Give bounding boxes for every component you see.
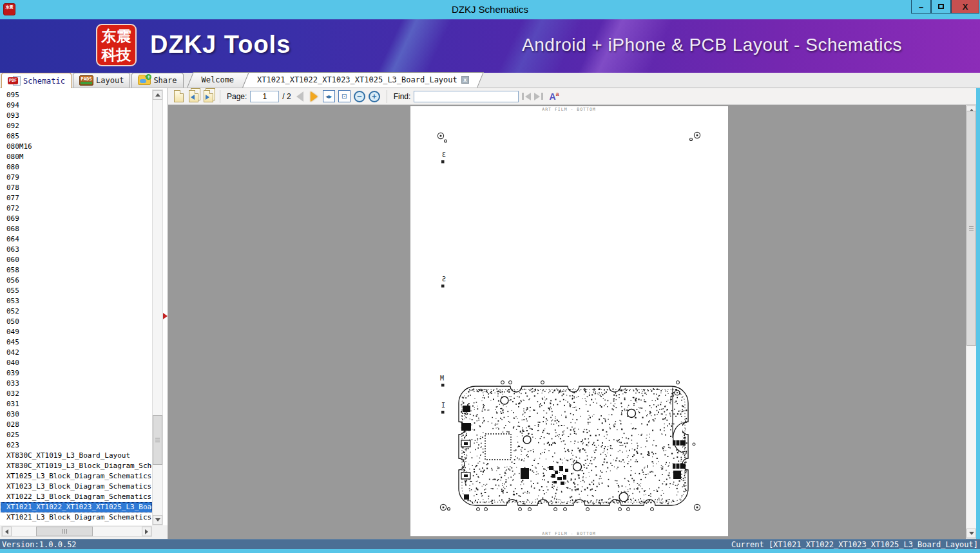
sidebar-hscroll-thumb[interactable] [36, 527, 93, 536]
next-page-button[interactable] [311, 91, 318, 102]
version-label: Version:1.0.0.52 [2, 540, 77, 549]
list-item[interactable]: 025 [1, 430, 152, 440]
list-item[interactable]: 079 [1, 173, 152, 183]
match-case-button[interactable]: Aa [549, 91, 559, 102]
fit-page-button[interactable]: ⊡ [338, 90, 351, 102]
list-item[interactable]: 095 [1, 90, 152, 100]
board-layout-drawing: ART FILM - BOTTOM ART FILM - BOTTOM [410, 106, 728, 536]
doc-tab-welcome-label: Welcome [202, 75, 235, 84]
previous-view-icon[interactable] [189, 90, 198, 102]
splitter-collapse-arrow[interactable] [163, 313, 168, 319]
list-item[interactable]: 030 [1, 409, 152, 420]
list-item[interactable]: 032 [1, 389, 152, 399]
content-area: 095094093092085080M16080M080079078077072… [0, 88, 980, 539]
previous-page-button[interactable] [296, 91, 303, 102]
document-canvas: ART FILM - BOTTOM ART FILM - BOTTOM [168, 105, 966, 539]
list-item[interactable]: XT830C_XT1019_L3_Board_Layout [1, 451, 152, 461]
list-item[interactable]: 064 [1, 234, 152, 245]
list-item[interactable]: 068 [1, 224, 152, 234]
pcb-board [459, 381, 695, 511]
pcb-holes [501, 397, 636, 501]
pdf-toolbar: Page: / 2 ◂▸ ⊡ − + Find: Aa [168, 88, 980, 105]
list-item[interactable]: 063 [1, 245, 152, 255]
list-item[interactable]: 040 [1, 358, 152, 368]
list-item[interactable]: 094 [1, 100, 152, 111]
list-item[interactable]: 055 [1, 286, 152, 296]
list-item[interactable]: 039 [1, 368, 152, 379]
list-item[interactable]: 080M16 [1, 142, 152, 152]
viewer: Page: / 2 ◂▸ ⊡ − + Find: Aa [168, 88, 980, 539]
film-footer-text: ART FILM - BOTTOM [542, 531, 596, 536]
banner: 东震 科技 DZKJ Tools Android + iPhone & PCB … [0, 19, 980, 73]
brand-logo: 东震 科技 [96, 24, 137, 66]
doc-tab-board-layout[interactable]: XT1021_XT1022_XT1023_XT1025_L3_Board_Lay… [245, 72, 481, 88]
zoom-in-button[interactable]: + [369, 91, 380, 102]
banner-tagline: Android + iPhone & PCB Layout - Schemati… [503, 35, 921, 55]
find-next-button[interactable] [534, 93, 543, 100]
sidebar-scroll-thumb[interactable] [153, 415, 162, 465]
list-item[interactable]: 093 [1, 111, 152, 121]
scroll-right-button[interactable] [142, 527, 151, 536]
list-item[interactable]: XT830C_XT1019_L3_Block_Diagram_Schematic… [1, 461, 152, 471]
fit-width-button[interactable]: ◂▸ [323, 90, 335, 102]
list-item[interactable]: 053 [1, 296, 152, 306]
list-item[interactable]: 033 [1, 379, 152, 389]
scroll-down-button[interactable] [153, 515, 162, 525]
list-item[interactable]: 069 [1, 214, 152, 224]
minimize-button[interactable]: – [911, 0, 931, 14]
find-previous-button[interactable] [522, 93, 531, 100]
status-bar: Version:1.0.0.52 Current [XT1021_XT1022_… [0, 539, 980, 553]
list-item[interactable]: 092 [1, 121, 152, 131]
list-item[interactable]: 080 [1, 162, 152, 173]
list-item[interactable]: XT1025_L3_Block_Diagram_Schematics [1, 471, 152, 482]
list-item[interactable]: 056 [1, 276, 152, 286]
find-label: Find: [394, 92, 411, 101]
close-button[interactable]: X [951, 0, 979, 14]
doc-tab-welcome[interactable]: Welcome [190, 72, 246, 88]
svg-text:3: 3 [442, 151, 446, 158]
maximize-button[interactable] [931, 0, 951, 14]
list-item[interactable]: 045 [1, 337, 152, 348]
close-tab-icon[interactable]: x [461, 76, 469, 84]
document-tabs: Welcome XT1021_XT1022_XT1023_XT1025_L3_B… [190, 72, 481, 88]
document-vertical-scrollbar[interactable] [966, 105, 977, 539]
list-item[interactable]: 080M [1, 152, 152, 162]
list-item[interactable]: 042 [1, 348, 152, 358]
list-item[interactable]: 085 [1, 131, 152, 142]
share-folder-icon: + [138, 76, 151, 85]
scroll-up-button[interactable] [153, 90, 162, 100]
sidebar-horizontal-scrollbar[interactable] [1, 526, 152, 537]
scroll-left-button[interactable] [2, 527, 12, 536]
list-item[interactable]: 050 [1, 317, 152, 327]
list-item[interactable]: 060 [1, 255, 152, 265]
list-item[interactable]: XT1022_L3_Block_Diagram_Schematics [1, 492, 152, 502]
app-window: 东震 DZKJ Schematics – X 东震 科技 DZKJ Tools … [0, 0, 980, 553]
tab-layout[interactable]: PADS Layout [73, 73, 130, 88]
list-item[interactable]: 028 [1, 420, 152, 430]
single-page-icon[interactable] [174, 90, 184, 102]
list-item[interactable]: XT1021_XT1022_XT1023_XT1025_L3_Board_Lay… [1, 502, 152, 512]
tab-schematic[interactable]: PDF Schematic [1, 73, 72, 88]
maximize-icon [938, 4, 944, 9]
doc-scroll-thumb[interactable] [966, 111, 976, 346]
list-item[interactable]: XT1021_L3_Block_Diagram_Schematics [1, 512, 152, 523]
fiducial-marks [437, 132, 700, 510]
tab-share[interactable]: + Share [131, 73, 183, 88]
list-item[interactable]: 078 [1, 183, 152, 193]
film-header-text: ART FILM - BOTTOM [542, 107, 596, 112]
sidebar-bottom-strip [0, 525, 168, 539]
list-item[interactable]: 031 [1, 399, 152, 409]
next-view-icon[interactable] [204, 90, 213, 102]
list-item[interactable]: 072 [1, 203, 152, 214]
zoom-out-button[interactable]: − [354, 91, 365, 102]
page-number-input[interactable] [250, 91, 279, 102]
list-item[interactable]: 049 [1, 327, 152, 337]
list-item[interactable]: 052 [1, 306, 152, 317]
find-input[interactable] [414, 91, 519, 102]
sidebar-vertical-scrollbar[interactable] [152, 89, 163, 525]
list-item[interactable]: XT1023_L3_Block_Diagram_Schematics [1, 482, 152, 492]
list-item[interactable]: 023 [1, 440, 152, 451]
doc-scroll-down-button[interactable] [966, 529, 976, 538]
list-item[interactable]: 077 [1, 193, 152, 203]
list-item[interactable]: 058 [1, 265, 152, 276]
